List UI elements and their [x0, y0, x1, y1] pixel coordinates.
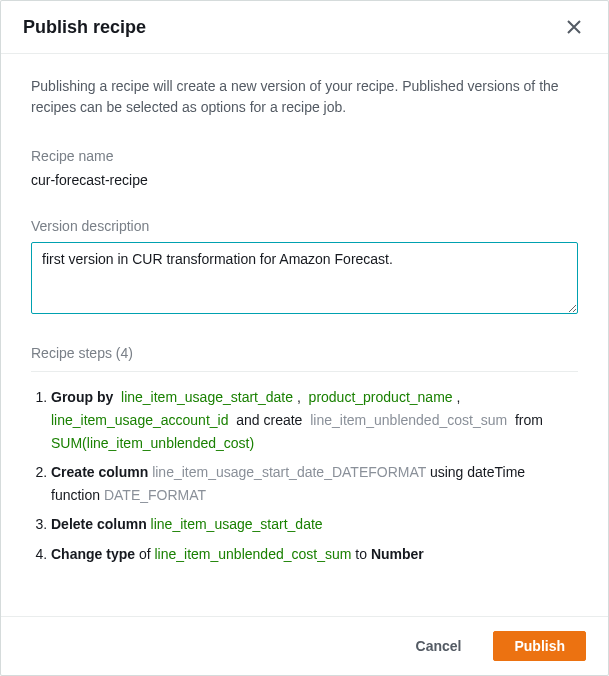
- step-text: to: [355, 546, 367, 562]
- step-type: Number: [371, 546, 424, 562]
- recipe-steps-header: Recipe steps (4): [31, 345, 578, 372]
- recipe-step: Delete column line_item_usage_start_date: [51, 513, 578, 536]
- recipe-step: Group by line_item_usage_start_date , pr…: [51, 386, 578, 455]
- step-text: of: [139, 546, 151, 562]
- step-column: line_item_unblended_cost_sum: [154, 546, 351, 562]
- modal-footer: Cancel Publish: [1, 616, 608, 675]
- version-description-label: Version description: [31, 218, 578, 234]
- recipe-name-label: Recipe name: [31, 148, 578, 164]
- step-token: line_item_usage_account_id: [51, 412, 228, 428]
- step-token: line_item_usage_start_date: [121, 389, 293, 405]
- step-text: and create: [236, 412, 302, 428]
- modal-header: Publish recipe: [1, 1, 608, 54]
- publish-button[interactable]: Publish: [493, 631, 586, 661]
- publish-recipe-modal: Publish recipe Publishing a recipe will …: [0, 0, 609, 676]
- step-created-col: line_item_unblended_cost_sum: [310, 412, 507, 428]
- step-column: line_item_usage_start_date_DATEFORMAT: [152, 464, 426, 480]
- step-token: product_product_name: [309, 389, 453, 405]
- modal-body: Publishing a recipe will create a new ve…: [1, 54, 608, 616]
- cancel-button[interactable]: Cancel: [396, 632, 482, 660]
- recipe-name-value: cur-forecast-recipe: [31, 172, 578, 188]
- intro-text: Publishing a recipe will create a new ve…: [31, 76, 578, 118]
- recipe-step: Create column line_item_usage_start_date…: [51, 461, 578, 507]
- modal-title: Publish recipe: [23, 17, 146, 38]
- step-text: from: [515, 412, 543, 428]
- close-button[interactable]: [562, 15, 586, 39]
- recipe-step: Change type of line_item_unblended_cost_…: [51, 543, 578, 566]
- step-lead: Create column: [51, 464, 148, 480]
- step-lead: Change type: [51, 546, 135, 562]
- close-icon: [566, 19, 582, 35]
- version-description-input[interactable]: [31, 242, 578, 314]
- step-lead: Delete column: [51, 516, 147, 532]
- step-aggregate: SUM(line_item_unblended_cost): [51, 435, 254, 451]
- step-function: DATE_FORMAT: [104, 487, 206, 503]
- recipe-steps-list: Group by line_item_usage_start_date , pr…: [31, 386, 578, 566]
- step-lead: Group by: [51, 389, 113, 405]
- step-column: line_item_usage_start_date: [151, 516, 323, 532]
